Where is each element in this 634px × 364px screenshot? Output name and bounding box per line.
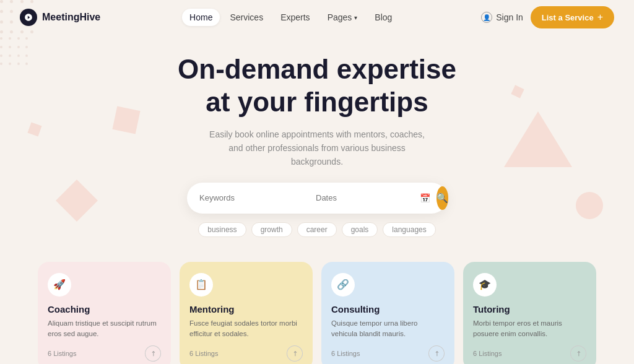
nav-blog[interactable]: Blog — [367, 9, 399, 26]
tutoring-title: Tutoring — [473, 304, 586, 314]
tutoring-icon: 🎓 — [473, 273, 497, 297]
nav-pages[interactable]: Pages ▾ — [320, 9, 365, 26]
coaching-description: Aliquam tristique et suscipit rutrum ero… — [48, 318, 161, 340]
tag-career[interactable]: career — [297, 222, 337, 237]
logo[interactable]: MeetingHive — [20, 9, 100, 26]
sign-in-link[interactable]: 👤 Sign In — [481, 12, 523, 23]
coaching-icon: 🚀 — [48, 273, 71, 297]
plus-icon: + — [597, 12, 603, 23]
tag-goals[interactable]: goals — [342, 222, 378, 237]
search-bar: 📅 🔍 — [187, 183, 447, 214]
navbar: MeetingHive Home Services Experts Pages … — [0, 0, 634, 35]
mentoring-arrow[interactable]: ↗ — [284, 342, 306, 364]
coaching-footer: 6 Listings ↗ — [48, 345, 161, 362]
coaching-listings: 6 Listings — [48, 350, 76, 357]
logo-icon — [20, 9, 37, 26]
nav-home[interactable]: Home — [182, 9, 220, 26]
mentoring-description: Fusce feugiat sodales tortor morbi effic… — [189, 318, 303, 340]
card-coaching[interactable]: 🚀 Coaching Aliquam tristique et suscipit… — [38, 262, 171, 364]
tag-growth[interactable]: growth — [251, 222, 292, 237]
search-dates-input[interactable] — [316, 193, 420, 202]
mentoring-title: Mentoring — [189, 304, 303, 314]
logo-text: MeetingHive — [42, 12, 100, 23]
tutoring-description: Morbi tempor eros et mauris posuere enim… — [473, 318, 586, 340]
consulting-description: Quisque tempor urna libero vehicula blan… — [331, 318, 445, 340]
consulting-arrow[interactable]: ↗ — [425, 342, 448, 364]
consulting-title: Consulting — [331, 304, 445, 314]
nav-right: 👤 Sign In List a Service + — [481, 6, 614, 28]
nav-links: Home Services Experts Pages ▾ Blog — [182, 9, 399, 26]
tutoring-listings: 6 Listings — [473, 350, 502, 357]
tag-row: business growth career goals languages — [12, 222, 622, 237]
tutoring-arrow[interactable]: ↗ — [567, 342, 590, 364]
search-icon: 🔍 — [436, 193, 448, 204]
nav-experts[interactable]: Experts — [273, 9, 317, 26]
mentoring-icon: 📋 — [189, 273, 213, 297]
mentoring-listings: 6 Listings — [189, 350, 218, 357]
nav-services[interactable]: Services — [222, 9, 271, 26]
consulting-icon: 🔗 — [331, 273, 355, 297]
tutoring-footer: 6 Listings ↗ — [473, 345, 586, 362]
calendar-icon: 📅 — [420, 193, 430, 203]
card-mentoring[interactable]: 📋 Mentoring Fusce feugiat sodales tortor… — [180, 262, 313, 364]
search-button[interactable]: 🔍 — [436, 186, 448, 210]
cards-section: 🚀 Coaching Aliquam tristique et suscipit… — [0, 249, 634, 364]
coaching-arrow[interactable]: ↗ — [142, 342, 165, 364]
hero-section: On-demand expertise at your fingertips E… — [0, 35, 634, 249]
consulting-listings: 6 Listings — [331, 350, 360, 357]
hero-headline: On-demand expertise at your fingertips — [12, 53, 622, 119]
tag-languages[interactable]: languages — [383, 222, 435, 237]
hero-subtext: Easily book online appointments with men… — [206, 128, 428, 169]
mentoring-footer: 6 Listings ↗ — [189, 345, 303, 362]
chevron-down-icon: ▾ — [354, 14, 357, 21]
tag-business[interactable]: business — [198, 222, 246, 237]
search-keywords-input[interactable] — [199, 193, 303, 202]
consulting-footer: 6 Listings ↗ — [331, 345, 445, 362]
list-service-button[interactable]: List a Service + — [531, 6, 614, 28]
user-icon: 👤 — [481, 12, 492, 23]
card-tutoring[interactable]: 🎓 Tutoring Morbi tempor eros et mauris p… — [463, 262, 596, 364]
coaching-title: Coaching — [48, 304, 161, 314]
card-consulting[interactable]: 🔗 Consulting Quisque tempor urna libero … — [321, 262, 454, 364]
